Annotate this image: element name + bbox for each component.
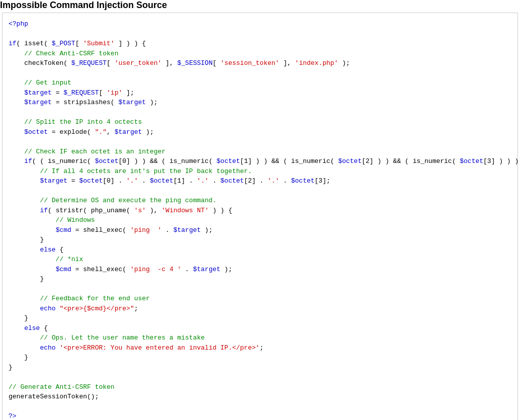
code-line: // If all 4 octets are int's put the IP … <box>9 166 511 177</box>
code-block: <?php if( isset( $_POST[ 'Submit' ] ) ) … <box>2 13 518 420</box>
code-line: checkToken( $_REQUEST[ 'user_token' ], $… <box>9 58 511 68</box>
page-header: Impossible Command Injection Source <box>0 0 520 11</box>
code-line: } <box>9 274 511 284</box>
code-line: // Determine OS and execute the ping com… <box>9 196 511 206</box>
code-line: $target = $_REQUEST[ 'ip' ]; <box>9 88 511 98</box>
code-line: if( isset( $_POST[ 'Submit' ] ) ) { <box>9 39 511 49</box>
code-line: ?> <box>9 411 511 420</box>
code-line: // Split the IP into 4 octects <box>9 117 511 127</box>
code-line: <?php <box>9 19 511 29</box>
code-line: if( stristr( php_uname( 's' ), 'Windows … <box>9 206 511 216</box>
code-line: // Windows <box>9 215 511 225</box>
code-line: } <box>9 313 511 323</box>
code-line: $target = stripslashes( $target ); <box>9 98 511 108</box>
code-line: else { <box>9 323 511 333</box>
code-line <box>9 402 511 412</box>
code-line: // Check IF each octet is an integer <box>9 147 511 157</box>
code-line: $cmd = shell_exec( 'ping ' . $target ); <box>9 225 511 235</box>
code-line: // Generate Anti-CSRF token <box>9 382 511 392</box>
code-line <box>9 108 511 118</box>
code-line <box>9 29 511 39</box>
code-line: $octet = explode( ".", $target ); <box>9 127 511 137</box>
code-line: } <box>9 353 511 363</box>
code-line: $target = $octet[0] . '.' . $octet[1] . … <box>9 176 511 186</box>
code-line: generateSessionToken(); <box>9 392 511 402</box>
code-line <box>9 284 511 294</box>
code-line <box>9 68 511 78</box>
page-title: Impossible Command Injection Source <box>0 0 520 11</box>
code-line: } <box>9 235 511 245</box>
code-line: // Feedback for the end user <box>9 294 511 304</box>
code-line <box>9 137 511 147</box>
code-line: // *nix <box>9 255 511 265</box>
code-line <box>9 372 511 382</box>
code-line: // Ops. Let the user name theres a mista… <box>9 333 511 343</box>
code-line: // Check Anti-CSRF token <box>9 49 511 59</box>
code-line: echo "<pre>{$cmd}</pre>"; <box>9 304 511 314</box>
code-line: else { <box>9 245 511 255</box>
code-line: // Get input <box>9 78 511 88</box>
code-line: $cmd = shell_exec( 'ping -c 4 ' . $targe… <box>9 265 511 275</box>
code-line: echo '<pre>ERROR: You have entered an in… <box>9 343 511 353</box>
code-line: } <box>9 363 511 373</box>
code-line <box>9 186 511 196</box>
code-line: if( ( is_numeric( $octet[0] ) ) && ( is_… <box>9 156 511 166</box>
